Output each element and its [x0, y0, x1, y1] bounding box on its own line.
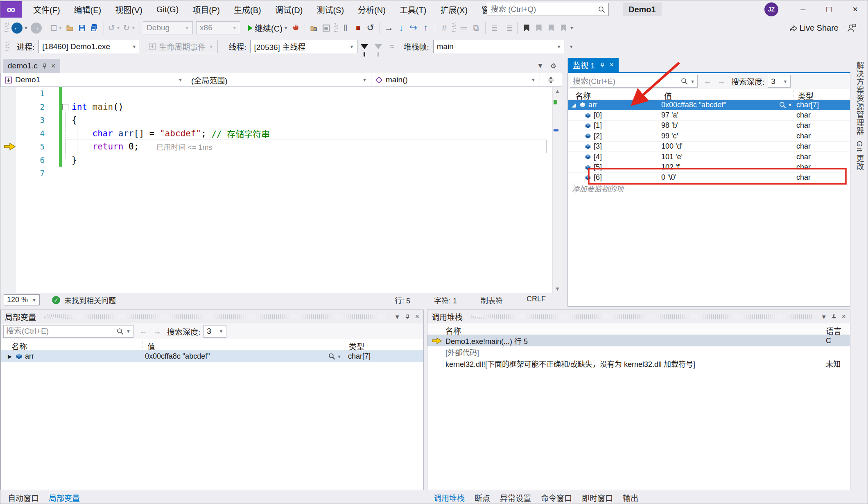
filter-threads-icon[interactable] [361, 44, 368, 49]
show-next-statement-button[interactable]: → [383, 21, 395, 34]
git-changes-vertical-tab[interactable]: Git 更改 [854, 141, 865, 171]
watch-cell-value[interactable]: 100 'd' [661, 142, 683, 151]
save-button[interactable] [76, 21, 88, 34]
perf-tip[interactable]: 已用时间 <= 1ms [156, 141, 212, 152]
open-file-button[interactable] [64, 21, 76, 34]
watch-search-input[interactable] [573, 77, 678, 86]
watch-cell-value[interactable]: 102 'f' [661, 163, 680, 172]
search-depth-select[interactable]: 3▼ [203, 325, 226, 338]
watch-cell-value[interactable]: 0x00cffa8c "abcdef" [661, 101, 726, 109]
search-options-caret[interactable]: ▼ [690, 79, 695, 84]
code-text[interactable]: } [62, 155, 77, 165]
next-bookmark-button[interactable] [545, 21, 557, 34]
watch-row[interactable]: [6]0 '\0'char [568, 173, 850, 183]
watch-cell-value[interactable]: 98 'b' [661, 121, 678, 130]
expander-collapsed-icon[interactable]: ▶ [7, 353, 13, 359]
watch-cell-value[interactable]: 99 'c' [661, 132, 678, 140]
watch-row[interactable]: [5]102 'f'char [568, 162, 850, 172]
thread-select[interactable]: [20536] 主线程▼ [250, 40, 357, 53]
scroll-up-icon[interactable]: ▲ [553, 88, 562, 94]
lifecycle-events-button[interactable]: 生命周期事件▼ [145, 40, 218, 53]
toggle-bookmark-button[interactable] [520, 21, 533, 34]
breakpoint-window-button[interactable]: ≔ [458, 21, 470, 34]
toolbar-grip[interactable] [452, 23, 456, 33]
watch-row[interactable]: [0]97 'a'char [568, 110, 850, 120]
watch-row[interactable]: [2]99 'c'char [568, 131, 850, 141]
column-name[interactable]: 名称 [11, 341, 27, 352]
editor-options-gear-icon[interactable]: ⚙ [550, 62, 556, 70]
scope-dropdown[interactable]: (全局范围)▼ [187, 73, 371, 86]
callstack-frame-external[interactable]: [外部代码] [427, 346, 850, 358]
column-language[interactable]: 语言 [826, 325, 841, 336]
stack-frame-select[interactable]: main▼ [433, 40, 565, 53]
continue-button[interactable]: 继续(C)▼ [245, 21, 289, 34]
outline-button[interactable]: ≣ [488, 21, 501, 34]
code-editor[interactable]: 12−int main()3{4 char arr[] = "abcdef"; … [0, 87, 562, 293]
callstack-frame-current[interactable]: Demo1.exe!main(...) 行 5 C [427, 335, 850, 346]
search-forward-icon[interactable]: → [717, 77, 726, 86]
editor-vertical-scrollbar[interactable]: ▲ ▼ [552, 87, 562, 293]
menu-item[interactable]: 视图(V) [109, 1, 148, 18]
code-text[interactable]: char arr[] = "abcdef"; // 存储字符串 [62, 127, 270, 140]
close-button[interactable]: × [842, 0, 868, 18]
watch-row[interactable]: ◢arr0x00cffa8c "abcdef"▼char[7] [568, 100, 850, 110]
tab-locals-window[interactable]: 局部变量 [45, 490, 84, 504]
text-visualizer-icon[interactable] [779, 102, 786, 108]
window-position-icon[interactable]: ▼ [821, 313, 827, 320]
watch-cell-value[interactable]: 0 '\0' [661, 173, 676, 182]
zoom-level-select[interactable]: 120 %▼ [4, 294, 40, 305]
tab-breakpoints[interactable]: 断点 [470, 490, 494, 504]
pause-button[interactable]: ‖ [340, 21, 352, 34]
char-indicator[interactable]: 字符: 1 [434, 295, 457, 305]
watch-search-box[interactable]: ▼ [570, 75, 698, 88]
scroll-down-icon[interactable]: ▼ [553, 286, 562, 292]
watch-row[interactable]: [3]100 'd'char [568, 142, 850, 152]
code-text[interactable]: return 0;已用时间 <= 1ms [62, 141, 212, 152]
project-dropdown[interactable]: Demo1▼ [1, 73, 187, 86]
toolbar-grip[interactable] [334, 23, 338, 33]
new-project-button[interactable]: ⧠▼ [49, 21, 64, 34]
document-tab[interactable]: demo1.c × [3, 59, 60, 73]
search-back-icon[interactable]: ← [703, 77, 712, 86]
code-text[interactable]: { [62, 115, 77, 125]
watch-cell-value[interactable]: 101 'e' [661, 153, 683, 161]
column-value[interactable]: 值 [147, 341, 155, 352]
eol-indicator[interactable]: CRLF [527, 295, 546, 305]
pin-icon[interactable] [42, 63, 47, 69]
locals-search-box[interactable]: ▼ [3, 325, 133, 338]
code-line[interactable]: 1 [0, 87, 562, 100]
locals-title-bar[interactable]: 局部变量 ▼ × [1, 310, 423, 323]
toolbar-grip[interactable] [5, 23, 9, 33]
previous-bookmark-button[interactable] [533, 21, 545, 34]
navigate-back-button[interactable]: ←▼ [10, 21, 29, 34]
search-forward-icon[interactable]: → [153, 327, 161, 336]
diagnostics-button[interactable]: # [438, 21, 450, 34]
stop-debugging-button[interactable]: ■ [352, 21, 364, 34]
code-line[interactable]: 2−int main() [0, 100, 562, 114]
menu-item[interactable]: 扩展(X) [434, 1, 473, 18]
menu-item[interactable]: 调试(D) [269, 1, 309, 18]
toggle-current-thread-icon[interactable]: ≈ [385, 40, 398, 53]
hot-reload-button[interactable] [289, 21, 302, 34]
restart-button[interactable]: ↺ [364, 21, 377, 34]
split-editor-button[interactable] [540, 73, 562, 86]
column-name[interactable]: 名称 [575, 90, 591, 101]
add-user-button[interactable] [845, 21, 858, 34]
comment-button[interactable]: ⁼≣ [501, 21, 514, 34]
menu-item[interactable]: 生成(B) [228, 1, 267, 18]
quick-search[interactable] [487, 3, 609, 16]
find-in-files-button[interactable] [308, 21, 320, 34]
menu-item[interactable]: Git(G) [151, 2, 184, 17]
toolbar-grip[interactable] [5, 41, 9, 52]
solution-name-badge[interactable]: Demo1 [623, 2, 662, 16]
step-into-button[interactable]: ↓ [395, 21, 407, 34]
column-type[interactable]: 类型 [798, 90, 814, 101]
callstack-frame-kernel32[interactable]: kernel32.dll![下面的框架可能不正确和/或缺失，没有为 kernel… [427, 358, 850, 369]
tabs-indicator[interactable]: 制表符 [481, 295, 503, 305]
column-type[interactable]: 类型 [349, 341, 364, 352]
menu-item[interactable]: 测试(S) [311, 1, 350, 18]
code-line[interactable]: 3{ [0, 113, 562, 127]
step-out-button[interactable]: ↑ [420, 21, 432, 34]
watch-cell-value[interactable]: 97 'a' [661, 111, 678, 120]
step-over-button[interactable]: ↪ [407, 21, 420, 34]
